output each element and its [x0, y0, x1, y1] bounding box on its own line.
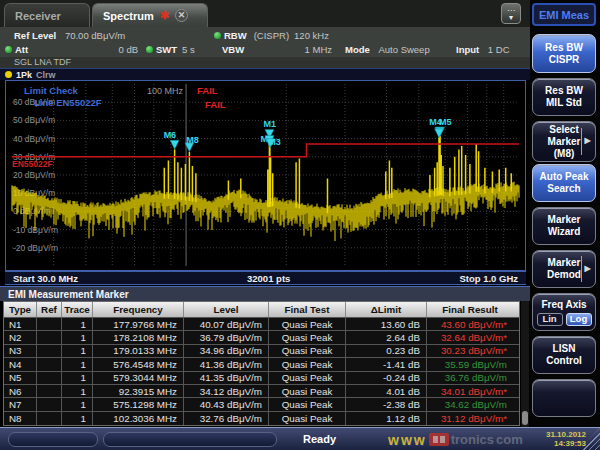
cell-trace: 1 [62, 372, 93, 384]
emi-marker-table: TypeRefTraceFrequencyLevelFinal TestΔLim… [3, 301, 520, 426]
softkey-label: Marker [548, 214, 581, 226]
cell-trace: 1 [62, 358, 93, 370]
statusbar-button-2[interactable] [103, 432, 277, 447]
softkey-label: Res BW [545, 42, 583, 54]
empty-softkey[interactable] [532, 379, 596, 417]
freq-axis-lin-toggle[interactable]: Lin [537, 313, 563, 326]
mode-label: Mode [345, 44, 370, 55]
mode-field[interactable]: Mode Auto Sweep [345, 44, 430, 55]
cell-final_test: Quasi Peak [269, 412, 346, 425]
marker-wizard-button[interactable]: MarkerWizard [532, 207, 596, 245]
tab-receiver-label: Receiver [15, 10, 61, 22]
softkey-label: Wizard [548, 226, 581, 238]
select-marker-button[interactable]: SelectMarker(M8)▶ [532, 121, 596, 162]
cell-final_test: Quasi Peak [269, 398, 346, 410]
column-header-final-test: Final Test [269, 302, 346, 317]
date-time: 31.10.2012 14:39:53 [546, 430, 586, 448]
cell-ref [37, 372, 62, 384]
marker-label-m6: M6 [164, 130, 177, 140]
trace-info-bar[interactable]: 1Pk Clrw [0, 68, 530, 80]
swt-label: SWT [156, 44, 177, 55]
marker-triangle-m7[interactable] [435, 129, 444, 138]
softkey-label: Auto Peak [540, 171, 589, 183]
table-row[interactable]: N31179.0133 MHz34.96 dBμV/mQuasi Peak0.2… [4, 345, 519, 358]
swt-field[interactable]: SWT 5 s [146, 44, 195, 55]
date: 31.10.2012 [546, 430, 586, 439]
marker-demod-button[interactable]: MarkerDemod▶ [532, 250, 596, 288]
spectrum-plot[interactable]: 100 MHz60 dBμV/m50 dBμV/m40 dBμV/m30 dBμ… [6, 81, 525, 270]
tab-spectrum[interactable]: Spectrum ✱ ✕ [92, 3, 208, 27]
auto-peak-search-button[interactable]: Auto PeakSearch [532, 164, 596, 202]
cell-frequency: 576.4548 MHz [93, 358, 184, 370]
cell-final_test: Quasi Peak [269, 345, 346, 357]
swt-led-icon [146, 46, 153, 53]
y-axis-label: 50 dBμV/m [13, 115, 55, 125]
att-field[interactable]: Att [5, 44, 28, 55]
softkey-sidebar: EMI Meas Res BWCISPRRes BWMIL StdSelectM… [530, 0, 600, 427]
cell-delta_limit: 4.01 dB [346, 385, 427, 397]
close-icon[interactable]: ✕ [175, 9, 188, 22]
cell-final_result: 32.64 dBμV/m* [427, 331, 513, 343]
cell-final_result: 34.01 dBμV/m* [427, 385, 513, 397]
table-row[interactable]: N6192.3915 MHz34.12 dBμV/mQuasi Peak4.01… [4, 385, 519, 398]
cell-final_test: Quasi Peak [269, 331, 346, 343]
cell-delta_limit: -0.24 dB [346, 372, 427, 384]
cell-ref [37, 345, 62, 357]
att-led-icon [5, 46, 12, 53]
display-select-icon[interactable]: ⋯ ▾ [501, 3, 521, 24]
cell-trace: 1 [62, 345, 93, 357]
table-scrollbar[interactable] [521, 301, 529, 427]
table-row[interactable]: N21178.2108 MHz36.79 dBμV/mQuasi Peak2.6… [4, 331, 519, 344]
column-header-final-result: Final Result [427, 302, 513, 317]
cell-frequency: 579.3044 MHz [93, 372, 184, 384]
table-row[interactable]: N71575.1298 MHz40.43 dBμV/mQuasi Peak-2.… [4, 398, 519, 411]
freq-axis-log-toggle[interactable]: Log [566, 313, 592, 326]
rbw-field[interactable]: RBW (CISPR) 120 kHz [214, 30, 530, 41]
cell-frequency: 92.3915 MHz [93, 385, 184, 397]
limit-line-name: EN55022F [12, 159, 53, 169]
table-row[interactable]: N11177.9766 MHz40.07 dBμV/mQuasi Peak13.… [4, 318, 519, 331]
cell-final_result: 35.59 dBμV/m [427, 358, 513, 370]
table-row[interactable]: N41576.4548 MHz41.36 dBμV/mQuasi Peak-1.… [4, 358, 519, 371]
cell-delta_limit: -1.41 dB [346, 358, 427, 370]
ref-level-field[interactable]: Ref Level 70.00 dBμV/m [14, 30, 125, 41]
spectrum-diagram[interactable]: 100 MHz60 dBμV/m50 dBμV/m40 dBμV/m30 dBμ… [5, 80, 526, 271]
vbw-label[interactable]: VBW [222, 44, 244, 55]
trace-mode: Clrw [36, 70, 56, 80]
cell-level: 40.07 dBμV/m [184, 318, 269, 330]
vbw-value: 1 MHz [280, 44, 332, 55]
rbw-led-icon [214, 32, 221, 39]
y-axis-label: 40 dBμV/m [13, 134, 55, 144]
softkey-label: LISN [553, 343, 576, 355]
lisn-control-button[interactable]: LISNControl [532, 336, 596, 374]
scrollbar-thumb[interactable] [522, 411, 528, 425]
cell-level: 41.36 dBμV/m [184, 358, 269, 370]
table-row[interactable]: N81102.3036 MHz32.76 dBμV/mQuasi Peak1.1… [4, 412, 519, 425]
table-row[interactable]: N51579.3044 MHz41.35 dBμV/mQuasi Peak-0.… [4, 372, 519, 385]
chevron-down-icon: ▾ [509, 14, 513, 21]
cell-ref [37, 331, 62, 343]
table-header-row: TypeRefTraceFrequencyLevelFinal TestΔLim… [4, 302, 519, 318]
cell-level: 34.96 dBμV/m [184, 345, 269, 357]
input-field[interactable]: Input 1 DC [456, 44, 510, 55]
cell-type: N2 [4, 331, 37, 343]
cell-ref [37, 412, 62, 425]
swt-value: 5 s [182, 44, 195, 55]
status-bar: Ready www tronics com 31.10.2012 14:39:5… [0, 427, 600, 450]
cell-delta_limit: 13.60 dB [346, 318, 427, 330]
cell-type: N3 [4, 345, 37, 357]
marker-label-m1: M1 [263, 119, 276, 129]
freq-axis-label: Freq Axis [541, 299, 586, 311]
cell-level: 32.76 dBμV/m [184, 412, 269, 425]
cell-level: 34.12 dBμV/m [184, 385, 269, 397]
stop-frequency: Stop 1.0 GHz [459, 273, 518, 284]
cell-level: 41.35 dBμV/m [184, 372, 269, 384]
input-value: 1 DC [488, 44, 510, 55]
freq-axis-button[interactable]: Freq AxisLinLog [532, 293, 596, 331]
marker-triangle-m6[interactable] [170, 140, 179, 149]
modified-star-icon: ✱ [160, 9, 169, 22]
res-bw-mil-std-button[interactable]: Res BWMIL Std [532, 78, 596, 116]
res-bw-cispr-button[interactable]: Res BWCISPR [532, 34, 596, 73]
tab-receiver[interactable]: Receiver [4, 3, 90, 27]
statusbar-button-1[interactable] [8, 432, 98, 447]
